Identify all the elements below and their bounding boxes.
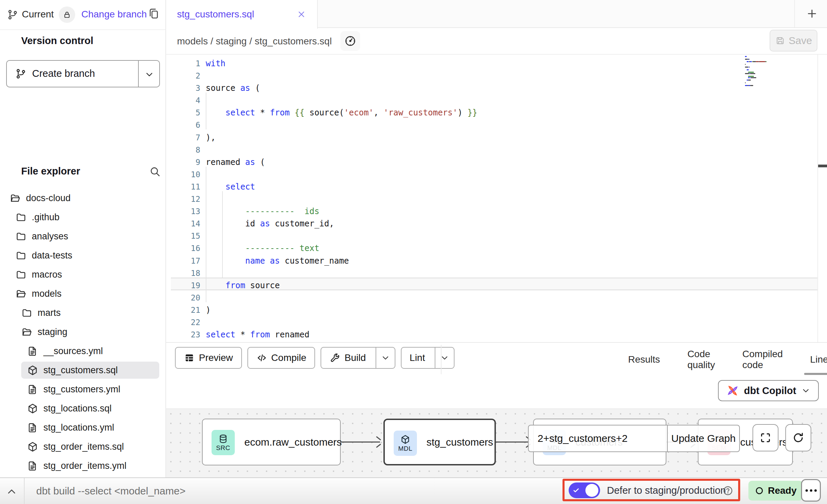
change-branch-link[interactable]: Change branch bbox=[81, 9, 147, 20]
search-icon[interactable] bbox=[149, 166, 161, 177]
tab-code-quality[interactable]: Code quality bbox=[684, 343, 718, 376]
chevron-down-icon[interactable] bbox=[144, 69, 154, 80]
folder-open-icon bbox=[10, 193, 21, 204]
database-icon bbox=[218, 434, 228, 444]
status-bar: dbt build --select <model_name> Defer to… bbox=[0, 477, 827, 504]
folder-open-icon bbox=[21, 326, 32, 338]
check-icon bbox=[572, 487, 580, 494]
line-number: 14 bbox=[169, 218, 200, 230]
file-item-macros[interactable]: macros bbox=[0, 265, 165, 284]
minimap-line bbox=[745, 82, 746, 83]
results-tab-list: ResultsCode qualityCompiled codeLineage bbox=[625, 343, 827, 376]
lineage-graph[interactable]: SRCecom.raw_customersMDLstg_customersMDL… bbox=[166, 408, 827, 477]
code-line: select * from renamed bbox=[206, 328, 477, 341]
minimap-line bbox=[759, 61, 765, 62]
folder-icon bbox=[15, 231, 27, 242]
minimap-line bbox=[749, 67, 750, 68]
defer-toggle[interactable] bbox=[569, 482, 600, 498]
minimap[interactable] bbox=[745, 56, 791, 94]
file-item-label: staging bbox=[38, 327, 67, 337]
lineage-edge bbox=[341, 442, 380, 443]
dbt-copilot-button[interactable]: dbt Copilot bbox=[718, 380, 819, 401]
file-item-models[interactable]: models bbox=[0, 284, 165, 303]
badge-label: SRC bbox=[216, 444, 230, 452]
file-explorer-collapse-chevron[interactable] bbox=[8, 167, 18, 177]
git-branch-icon bbox=[7, 9, 18, 20]
code-editor[interactable]: 123456789101112131415161718192021222324 … bbox=[166, 55, 827, 342]
file-item-stg-order-items-yml[interactable]: stg_order_items.yml bbox=[0, 456, 165, 475]
code-line: ---------- ids bbox=[206, 205, 477, 218]
lineage-edge bbox=[496, 442, 530, 443]
compile-button[interactable]: Compile bbox=[247, 347, 315, 369]
overflow-menu-button[interactable] bbox=[801, 479, 821, 502]
minimap-line bbox=[748, 72, 754, 73]
refresh-icon bbox=[792, 431, 805, 444]
line-number: 4 bbox=[169, 94, 200, 107]
file-item-stg-order-items-sql[interactable]: stg_order_items.sql bbox=[0, 437, 165, 456]
code-line bbox=[206, 230, 477, 242]
file-tree: docs-cloud.githubanalysesdata-testsmacro… bbox=[0, 188, 165, 477]
minimap-line bbox=[745, 67, 748, 68]
file-item-label: .github bbox=[32, 212, 59, 223]
new-tab-button[interactable] bbox=[804, 5, 820, 22]
code-line: with bbox=[206, 57, 477, 70]
line-number: 16 bbox=[169, 242, 200, 254]
copy-branch-button[interactable] bbox=[148, 8, 160, 20]
lineage-node-stg-customers-mdl[interactable]: MDLstg_customers bbox=[383, 419, 496, 465]
fullscreen-button[interactable] bbox=[753, 424, 778, 451]
save-button[interactable]: Save bbox=[770, 30, 817, 52]
model-icon bbox=[400, 434, 410, 445]
file-item-sources-yml[interactable]: __sources.yml bbox=[0, 341, 165, 361]
branch-bar: Current Change branch bbox=[0, 0, 165, 30]
minimap-line bbox=[745, 73, 749, 74]
lint-dropdown-button[interactable] bbox=[435, 348, 454, 368]
src-badge: SRC bbox=[212, 430, 235, 455]
lineage-node-ecom-raw-customers-src[interactable]: SRCecom.raw_customers bbox=[202, 419, 341, 465]
tab-compiled-code[interactable]: Compiled code bbox=[740, 343, 785, 376]
build-button[interactable]: Build bbox=[321, 347, 395, 369]
file-item-data-tests[interactable]: data-tests bbox=[0, 246, 165, 265]
line-number: 6 bbox=[169, 119, 200, 131]
tab-bar-divider bbox=[794, 0, 795, 27]
copilot-file-action[interactable] bbox=[340, 31, 360, 51]
refresh-graph-button[interactable] bbox=[785, 424, 811, 451]
file-item-marts[interactable]: marts bbox=[0, 303, 165, 322]
build-dropdown-button[interactable] bbox=[376, 348, 395, 368]
lint-button[interactable]: Lint bbox=[401, 347, 455, 369]
mdl-badge: MDL bbox=[394, 431, 417, 456]
file-item-stg-locations-yml[interactable]: stg_locations.yml bbox=[0, 418, 165, 437]
command-input[interactable]: dbt build --select <model_name> bbox=[36, 485, 186, 497]
file-item-staging[interactable]: staging bbox=[0, 322, 165, 341]
code-icon bbox=[256, 352, 267, 363]
file-item-stg-customers-sql[interactable]: stg_customers.sql bbox=[0, 361, 165, 380]
tab-results[interactable]: Results bbox=[625, 343, 663, 376]
lineage-selector-input[interactable]: 2+stg_customers+2 bbox=[529, 425, 667, 451]
minimap-line bbox=[751, 77, 756, 78]
file-item-stg-customers-yml[interactable]: stg_customers.yml bbox=[0, 380, 165, 399]
update-graph-button[interactable]: Update Graph bbox=[668, 425, 739, 451]
code-line: from source bbox=[206, 279, 477, 292]
line-number: 13 bbox=[169, 205, 200, 218]
code-line: ---------- text bbox=[206, 242, 477, 254]
minimap-line bbox=[745, 64, 746, 65]
scrollbar-marker[interactable] bbox=[818, 165, 827, 167]
line-number: 18 bbox=[169, 267, 200, 279]
version-control-collapse-chevron[interactable] bbox=[8, 36, 18, 46]
minimap-line bbox=[748, 59, 749, 60]
help-icon[interactable] bbox=[722, 485, 733, 496]
lineage-header-strip: dbt Copilot bbox=[166, 376, 827, 408]
file-item-analyses[interactable]: analyses bbox=[0, 227, 165, 246]
model-icon bbox=[27, 403, 38, 414]
file-item-docs-cloud[interactable]: docs-cloud bbox=[0, 188, 165, 208]
file-item-stg-locations-sql[interactable]: stg_locations.sql bbox=[0, 399, 165, 418]
tab-stg-customers-sql[interactable]: stg_customers.sql bbox=[166, 0, 318, 29]
preview-button[interactable]: Preview bbox=[175, 347, 242, 369]
file-item-github[interactable]: .github bbox=[0, 208, 165, 227]
create-branch-button[interactable]: Create branch bbox=[6, 60, 160, 87]
line-number-gutter: 123456789101112131415161718192021222324 bbox=[169, 57, 200, 342]
tab-lineage[interactable]: Lineage bbox=[808, 343, 827, 376]
chevron-up-icon[interactable] bbox=[5, 486, 18, 498]
close-icon[interactable] bbox=[297, 10, 306, 19]
code-line: select * from {{ source('ecom', 'raw_cus… bbox=[206, 107, 477, 119]
save-label: Save bbox=[789, 35, 812, 46]
